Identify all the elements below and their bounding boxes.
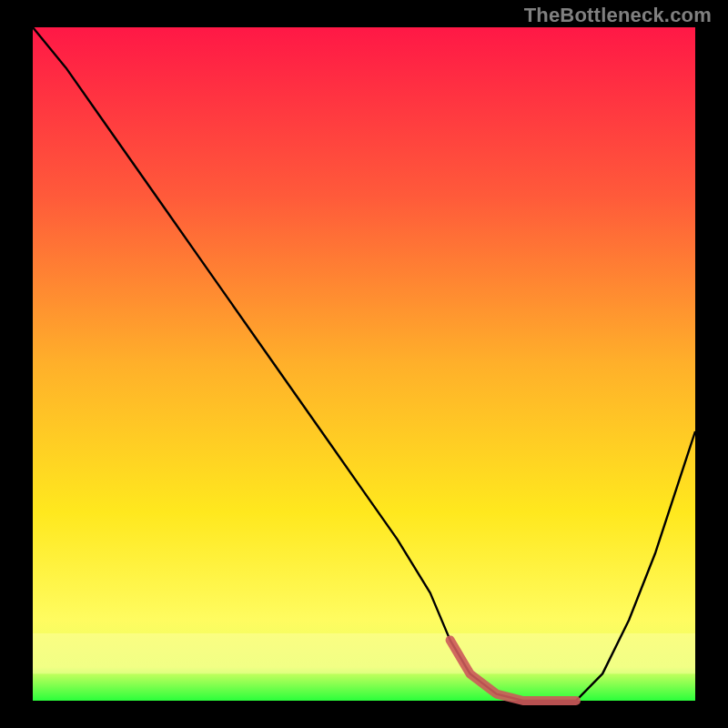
chart-frame: TheBottleneck.com [0,0,728,728]
highlight-strip [33,633,695,673]
plot-background [33,27,695,701]
bottleneck-chart [0,0,728,728]
